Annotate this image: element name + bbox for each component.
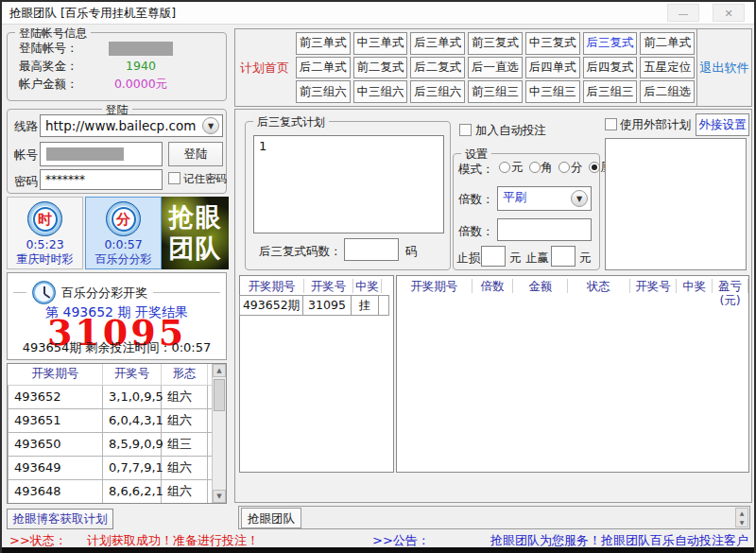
title-bar: 抢眼团队 [百乐专用挂机至尊版] — ✕	[2, 2, 754, 25]
history-row[interactable]: 4936490,7,7,9,1组六	[9, 456, 214, 479]
tab-中三组六[interactable]: 中三组六	[353, 80, 408, 103]
username-label: 帐号	[14, 147, 38, 164]
tab-中三单式[interactable]: 中三单式	[353, 32, 408, 55]
timer-cqssc-button[interactable]: 时 0:5:23 重庆时时彩	[7, 197, 83, 269]
bet-monitor-table: 开奖期号开奖号中奖 493652期31095挂	[239, 275, 394, 473]
blog-plan-button[interactable]: 抢眼博客获取计划	[7, 509, 113, 529]
tab-后三组六[interactable]: 后三组六	[410, 80, 465, 103]
tab-后二组选[interactable]: 后二组选	[640, 80, 695, 103]
bottom-scrollbar[interactable]: ▲ ▼	[735, 508, 748, 527]
tab-前二复式[interactable]: 前二复式	[353, 57, 408, 79]
bet-row[interactable]: 493652期31095挂	[240, 296, 393, 316]
plan-count-input[interactable]	[344, 238, 399, 261]
tab-后二单式[interactable]: 后二单式	[296, 57, 351, 79]
password-input[interactable]: *******	[40, 169, 163, 190]
order-header-cell: 金额	[513, 279, 568, 293]
result-title: 百乐分分彩开奖	[61, 285, 147, 302]
external-settings-button[interactable]: 外接设置	[696, 113, 749, 136]
history-row[interactable]: 4936516,0,4,3,1组六	[9, 408, 214, 432]
plan-textarea[interactable]: 1	[253, 135, 444, 233]
username-input[interactable]	[40, 142, 163, 166]
bottom-scroll-down-icon[interactable]: ▼	[736, 518, 747, 527]
bet-cell: 493652期	[239, 295, 303, 316]
history-row[interactable]: 4936523,1,0,9,5组六	[9, 385, 214, 408]
bottom-tab-team[interactable]: 抢眼团队	[241, 508, 301, 528]
app-window: 抢眼团队 [百乐专用挂机至尊版] — ✕ 登陆帐号信息 登陆帐号： 最高奖金： …	[0, 0, 756, 553]
multiple-input[interactable]	[497, 218, 592, 241]
history-cell: 8,5,9,0,9	[103, 432, 162, 456]
plan-count-unit: 码	[405, 244, 418, 260]
mode-radio-分[interactable]	[558, 162, 570, 173]
scroll-up-icon[interactable]: ▲	[213, 364, 226, 377]
timer-blffc-button[interactable]: 分 0:0:57 百乐分分彩	[85, 197, 162, 269]
bottom-scroll-up-icon[interactable]: ▲	[736, 509, 747, 518]
history-row[interactable]: 4936488,6,6,2,1组六	[9, 479, 214, 503]
mode-radio-元[interactable]	[499, 162, 510, 173]
plan-title: 后三复式计划	[253, 114, 329, 130]
multiple-mode-label: 倍数：	[458, 192, 494, 208]
order-header-cell: 倍数	[472, 279, 514, 293]
login-group: 登陆 线路 http://www.bailecp.com ▼ 帐号 登陆 密码 …	[7, 109, 227, 194]
scroll-thumb[interactable]	[214, 379, 225, 411]
history-row[interactable]: 4936508,5,9,0,9组三	[9, 432, 214, 456]
history-cell: 0,7,7,9,1	[103, 456, 162, 479]
external-plan-box	[605, 138, 747, 270]
main-content-panel: 后三复式计划 1 后三复式码数： 码 加入自动投注 设置 模式： 元角分厘 倍数…	[234, 109, 752, 503]
result-countdown-line: 493654期 剩余投注时间：0:0:57	[8, 339, 226, 356]
tab-五星定位[interactable]: 五星定位	[640, 57, 695, 79]
tab-后三复式[interactable]: 后三复式	[583, 32, 638, 55]
mode-radio-厘[interactable]	[589, 162, 600, 173]
stop-win-unit: 元	[579, 251, 592, 267]
bet-cell: 31095	[302, 295, 352, 316]
auto-bet-checkbox[interactable]	[459, 124, 472, 136]
tab-后一直选[interactable]: 后一直选	[468, 57, 523, 79]
minute-icon: 分	[106, 201, 141, 236]
auto-bet-label: 加入自动投注	[475, 123, 546, 139]
tab-前三复式[interactable]: 前三复式	[468, 32, 523, 55]
tab-plan-home[interactable]: 计划首页	[235, 29, 294, 106]
tab-后三单式[interactable]: 后三单式	[410, 32, 465, 55]
history-cell: 493651	[9, 408, 103, 432]
account-label: 登陆帐号：	[19, 41, 78, 57]
external-plan-checkbox[interactable]	[605, 118, 617, 130]
tab-中三组三[interactable]: 中三组三	[525, 80, 580, 103]
logo-line2: 团队	[162, 233, 229, 264]
tab-后二复式[interactable]: 后二复式	[410, 57, 465, 79]
history-cell: 493650	[9, 432, 103, 456]
multiple-dropdown-icon[interactable]: ▼	[571, 190, 588, 207]
tab-后四单式[interactable]: 后四单式	[525, 57, 580, 79]
close-icon[interactable]: ✕	[713, 4, 745, 22]
stop-win-input[interactable]	[551, 246, 576, 267]
tab-中三复式[interactable]: 中三复式	[525, 32, 580, 55]
tab-前三组三[interactable]: 前三组三	[468, 80, 523, 103]
balance-label: 帐户金额：	[19, 77, 78, 93]
history-cell: 8,6,6,2,1	[103, 479, 162, 503]
history-row[interactable]: 4936472,3,5,9,5组三	[9, 503, 214, 504]
password-label: 密码	[14, 174, 38, 190]
minimize-icon[interactable]: —	[667, 4, 699, 22]
tab-后三组三[interactable]: 后三组三	[583, 80, 638, 103]
stop-loss-input[interactable]	[481, 246, 506, 267]
mode-label: 模式：	[458, 162, 494, 178]
history-cell: 2,3,5,9,5	[103, 503, 162, 504]
history-scrollbar[interactable]: ▲ ▼	[212, 364, 226, 503]
bet-cell: 挂	[351, 295, 379, 316]
tab-前二单式[interactable]: 前二单式	[640, 32, 695, 55]
line-combobox[interactable]: http://www.bailecp.com	[40, 114, 223, 137]
mode-radio-角[interactable]	[529, 162, 541, 173]
clock-icon	[32, 281, 56, 304]
mode-option-label: 分	[571, 160, 583, 174]
tab-前三单式[interactable]: 前三单式	[296, 32, 351, 55]
bet-header-cell: 开奖号	[304, 279, 353, 293]
login-button[interactable]: 登陆	[168, 142, 223, 166]
remember-password-checkbox[interactable]	[168, 172, 180, 184]
line-dropdown-icon[interactable]: ▼	[202, 117, 219, 134]
history-cell: 组六	[162, 456, 208, 479]
tab-前三组六[interactable]: 前三组六	[296, 80, 351, 103]
history-cell: 493648	[9, 479, 103, 503]
scroll-down-icon[interactable]: ▼	[213, 490, 226, 503]
bet-table-header: 开奖期号开奖号中奖	[240, 276, 393, 296]
max-prize-value: 1940	[109, 59, 173, 73]
tab-后四复式[interactable]: 后四复式	[583, 57, 638, 79]
exit-software-button[interactable]: 退出软件	[696, 29, 751, 106]
